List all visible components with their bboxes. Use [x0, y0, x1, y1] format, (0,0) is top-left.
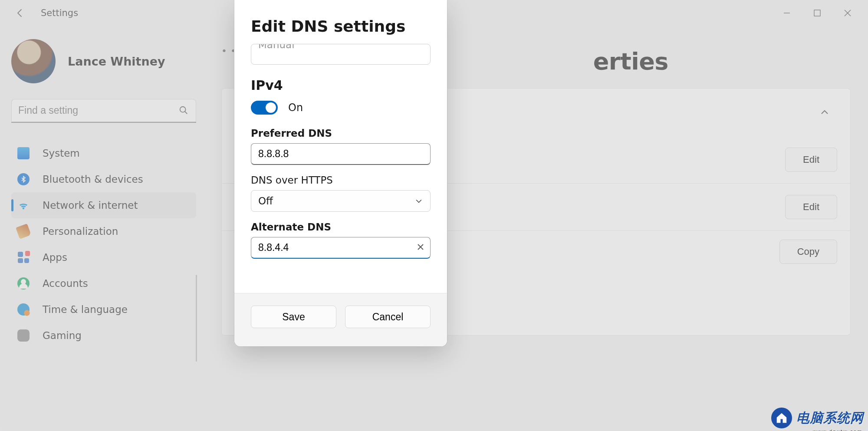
chevron-down-icon: [414, 197, 423, 205]
preferred-dns-label: Preferred DNS: [251, 128, 431, 139]
doh-label: DNS over HTTPS: [251, 174, 431, 186]
dialog-title: Edit DNS settings: [251, 17, 431, 35]
house-icon: [771, 408, 792, 428]
cancel-button[interactable]: Cancel: [345, 306, 431, 328]
watermark: 电脑系统网 www.dnxtw.com: [771, 408, 864, 428]
assignment-select[interactable]: Manual: [251, 44, 431, 65]
alternate-dns-label: Alternate DNS: [251, 221, 431, 233]
watermark-text: 电脑系统网: [796, 409, 864, 427]
preferred-dns-input[interactable]: [251, 143, 431, 165]
save-button[interactable]: Save: [251, 306, 336, 328]
doh-select-value: Off: [258, 195, 273, 207]
clear-icon[interactable]: [417, 243, 424, 253]
doh-select[interactable]: Off: [251, 190, 431, 212]
watermark-url: www.dnxtw.com: [813, 429, 863, 431]
alternate-dns-input[interactable]: [251, 237, 431, 259]
edit-dns-dialog: Edit DNS settings Manual IPv4 On Preferr…: [234, 0, 447, 346]
ipv4-toggle-label: On: [288, 102, 303, 114]
assignment-select-value: Manual: [258, 44, 295, 50]
ipv4-toggle[interactable]: [251, 101, 278, 115]
ipv4-heading: IPv4: [251, 78, 431, 93]
